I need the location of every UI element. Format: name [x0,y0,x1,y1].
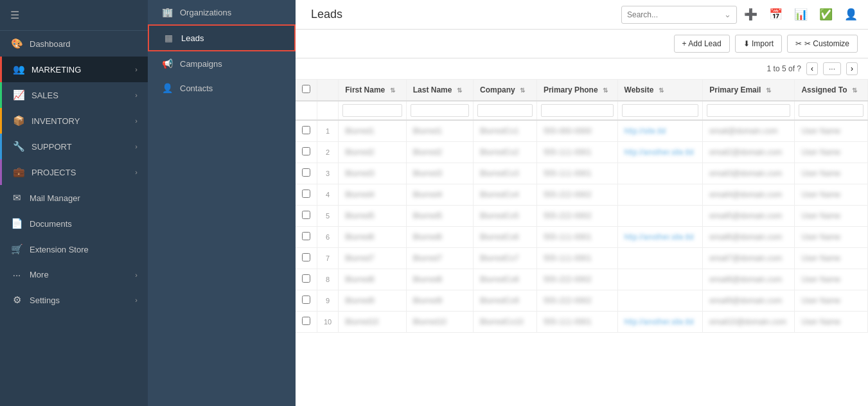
search-dropdown-icon[interactable]: ⌄ [724,10,731,19]
user-profile-icon[interactable]: 👤 [844,8,858,21]
row-first-name-link[interactable]: Blurred4 [345,190,374,199]
row-checkbox[interactable] [302,317,310,325]
row-first-name-link[interactable]: Blurred7 [345,254,374,263]
row-last-name-link[interactable]: Blurred2 [413,148,442,157]
col-company[interactable]: Company ⇅ [474,80,537,101]
row-website-link[interactable]: http://site.tld [624,127,666,136]
sort-first-name-icon[interactable]: ⇅ [390,87,395,94]
row-first-name-link[interactable]: Blurred5 [345,211,374,220]
row-website-link[interactable]: http://another.site.tld [624,148,694,157]
row-last-name-cell: Blurred8 [406,269,473,290]
pagination-next[interactable]: › [846,62,858,75]
add-lead-button[interactable]: + Add Lead [674,35,730,53]
sidebar-item-documents[interactable]: 📄 Documents [0,211,148,236]
sidebar-item-settings[interactable]: ⚙ Settings › [0,287,148,313]
row-assigned-cell: User Name [795,269,868,290]
filter-website-input[interactable] [622,104,699,117]
col-website[interactable]: Website ⇅ [617,80,703,101]
row-first-name-link[interactable]: Blurred9 [345,296,374,305]
customize-button[interactable]: ✂ ✂ Customize [787,35,858,53]
filter-assigned-input[interactable] [799,104,864,117]
row-website-cell: http://another.site.tld [617,142,703,163]
row-first-name-link[interactable]: Blurred10 [345,317,378,326]
row-phone-cell: 555-222-0002 [536,184,617,206]
row-last-name-link[interactable]: Blurred5 [413,211,442,220]
row-checkbox[interactable] [302,168,310,177]
row-checkbox[interactable] [302,253,310,261]
import-button[interactable]: ⬇ Import [735,35,782,53]
submenu-item-organizations[interactable]: 🏢 Organizations [148,0,296,24]
row-last-name-link[interactable]: Blurred9 [413,296,442,305]
row-checkbox[interactable] [302,296,310,304]
sidebar-item-projects[interactable]: 💼 PROJECTS › [0,159,148,185]
add-icon[interactable]: ➕ [744,8,757,21]
sidebar-item-mail-manager[interactable]: ✉ Mail Manager [0,185,148,211]
filter-first-name-input[interactable] [342,104,402,117]
row-last-name-link[interactable]: Blurred6 [413,233,442,242]
row-last-name-link[interactable]: Blurred1 [413,127,442,136]
row-first-name-link[interactable]: Blurred1 [345,127,374,136]
filter-phone-input[interactable] [541,104,614,117]
submenu-item-campaigns[interactable]: 📢 Campaigns [148,51,296,76]
submenu-item-contacts[interactable]: 👤 Contacts [148,76,296,100]
table-row: 9 Blurred9 Blurred9 BlurredCo9 555-222-0… [296,290,868,312]
row-checkbox[interactable] [302,147,310,155]
row-first-name-link[interactable]: Blurred2 [345,148,374,157]
sort-company-icon[interactable]: ⇅ [520,87,525,94]
calendar-icon[interactable]: 📅 [769,8,783,21]
sidebar-item-sales[interactable]: 📈 SALES › [0,82,148,108]
sort-email-icon[interactable]: ⇅ [766,87,771,94]
chart-icon[interactable]: 📊 [794,8,808,21]
sidebar-item-extension-store[interactable]: 🛒 Extension Store [0,236,148,262]
row-last-name-link[interactable]: Blurred10 [413,317,447,326]
row-first-name-link[interactable]: Blurred8 [345,275,374,284]
row-email-cell: email10@domain.com [703,312,795,333]
search-input[interactable] [621,6,737,24]
sidebar-item-inventory[interactable]: 📦 INVENTORY › [0,108,148,134]
sort-assigned-icon[interactable]: ⇅ [852,87,857,94]
sidebar-item-more[interactable]: ··· More › [0,262,148,287]
row-last-name-link[interactable]: Blurred8 [413,275,442,284]
sidebar-item-support[interactable]: 🔧 SUPPORT › [0,134,148,159]
pagination-dots[interactable]: ··· [823,62,841,75]
col-assigned-to[interactable]: Assigned To ⇅ [795,80,868,101]
col-last-name[interactable]: Last Name ⇅ [406,80,473,101]
sidebar-item-marketing[interactable]: 👥 MARKETING › [0,57,148,82]
row-first-name-link[interactable]: Blurred6 [345,233,374,242]
row-first-name-link[interactable]: Blurred3 [345,169,374,178]
col-primary-email[interactable]: Primary Email ⇅ [703,80,795,101]
row-assigned-cell: User Name [795,312,868,333]
row-website-link[interactable]: http://another.site.tld [624,317,694,326]
select-all-checkbox[interactable] [302,85,310,93]
row-last-name-link[interactable]: Blurred7 [413,254,442,263]
row-checkbox[interactable] [302,274,310,283]
row-checkbox[interactable] [302,126,310,134]
sort-phone-icon[interactable]: ⇅ [603,87,608,94]
row-website-link[interactable]: http://another.site.tld [624,233,694,242]
col-primary-phone[interactable]: Primary Phone ⇅ [536,80,617,101]
topbar: Leads ⌄ ➕ 📅 📊 ✅ 👤 [296,0,868,30]
hamburger-icon[interactable]: ☰ [10,9,19,21]
col-primary-phone-label: Primary Phone [544,85,598,94]
sort-last-name-icon[interactable]: ⇅ [457,87,462,94]
sidebar-item-dashboard[interactable]: 🎨 Dashboard [0,31,148,57]
customize-icon: ✂ [795,39,802,48]
row-last-name-link[interactable]: Blurred4 [413,190,442,199]
tasks-icon[interactable]: ✅ [819,8,833,21]
submenu-item-leads[interactable]: ▦ Leads [148,24,296,51]
row-assigned: User Name [801,317,840,326]
table-row: 3 Blurred3 Blurred3 BlurredCo3 555-111-0… [296,163,868,184]
row-checkbox[interactable] [302,190,310,198]
filter-last-name-input[interactable] [411,104,469,117]
pagination-prev[interactable]: ‹ [806,62,818,75]
col-first-name[interactable]: First Name ⇅ [339,80,406,101]
row-checkbox[interactable] [302,211,310,219]
row-checkbox[interactable] [302,232,310,240]
filter-email-input[interactable] [707,104,790,117]
filter-company-input[interactable] [477,104,533,117]
row-last-name-link[interactable]: Blurred3 [413,169,442,178]
row-num-cell: 5 [317,206,339,227]
row-checkbox-cell [296,290,317,312]
row-website-cell [617,206,703,227]
sort-website-icon[interactable]: ⇅ [659,87,664,94]
